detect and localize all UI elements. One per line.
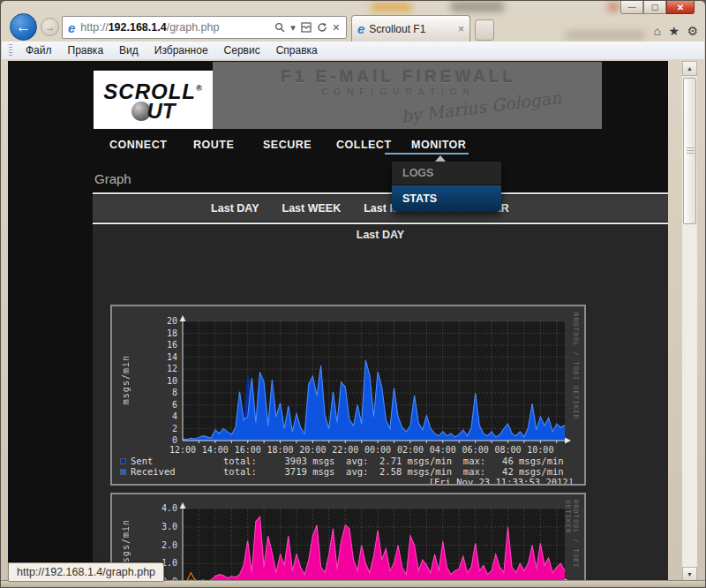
status-url-tooltip: http://192.168.1.4/graph.php	[8, 562, 164, 582]
x-tick-label: 00:00	[362, 445, 394, 455]
y-axis-arrow	[180, 502, 186, 509]
logo-text-bottom: UT	[147, 102, 176, 121]
settings-gear-icon[interactable]: ⚙	[687, 24, 698, 38]
x-tick-label: 18:00	[265, 445, 297, 455]
address-bar[interactable]: e http://192.168.1.4/graph.php ▾ ×	[62, 16, 347, 39]
nav-route[interactable]: ROUTE	[193, 139, 234, 151]
scrollbar-grip	[687, 147, 695, 154]
forward-button[interactable]: →	[41, 18, 59, 36]
minimize-button[interactable]: —	[620, 1, 643, 14]
plot-area	[183, 509, 565, 582]
monitor-dropdown: LOGS STATS	[392, 162, 501, 212]
y-tick-label: 16	[147, 340, 177, 350]
chart-svg	[183, 321, 565, 441]
y-tick-label: 4.0	[147, 503, 177, 513]
header-banner: F1 E-MAIL FIREWALL CONFIGURATION by Mari…	[213, 62, 602, 129]
logo-registered-mark: ®	[196, 84, 203, 93]
y-tick-label: 6	[147, 400, 177, 410]
y-tick-label: 0	[147, 435, 177, 445]
page-viewport: SCROLL® UT F1 E-MAIL FIREWALL CONFIGURAT…	[8, 61, 668, 582]
range-tab-bar: Last DAY Last WEEK Last MONTH Last YEAR	[93, 195, 668, 222]
tab-last-day[interactable]: Last DAY	[211, 202, 259, 215]
back-button[interactable]: ←	[10, 13, 37, 41]
menu-bar: Файл Правка Вид Избранное Сервис Справка	[2, 41, 704, 60]
graph-panel-spam: 0.01.02.03.04.012:0014:0016:0018:0020:00…	[110, 493, 586, 582]
graph-section: Last DAY 0246810121416182012:0014:0016:0…	[93, 224, 668, 582]
menu-help[interactable]: Справка	[268, 42, 326, 58]
tab-close-icon[interactable]: ×	[458, 23, 464, 35]
active-nav-underline	[385, 153, 469, 155]
y-tick-label: 12	[147, 364, 177, 373]
y-tick-label: 4	[147, 411, 177, 421]
desktop-blur-blob	[372, 3, 411, 11]
page-title: Graph	[94, 171, 131, 186]
series-area-received	[183, 360, 565, 441]
url-text[interactable]: http://192.168.1.4/graph.php	[80, 21, 272, 34]
tab-favicon-icon: e	[357, 21, 364, 36]
y-tick-label: 8	[147, 388, 177, 397]
menu-tools[interactable]: Сервис	[216, 42, 268, 58]
legend-series-name: Received	[131, 466, 223, 477]
desktop-blur-blob	[566, 31, 645, 40]
search-icon[interactable]	[274, 22, 285, 33]
y-tick-label: 10	[147, 376, 177, 386]
chevron-down-icon[interactable]: ▾	[290, 22, 296, 34]
y-tick-label: 2	[147, 424, 177, 433]
x-tick-label: 22:00	[329, 445, 361, 455]
vertical-scrollbar[interactable]: ▲ ▼	[682, 61, 697, 582]
close-button[interactable]: ✕	[666, 1, 695, 14]
plot-area	[183, 321, 565, 441]
tab-last-week[interactable]: Last WEEK	[282, 202, 342, 215]
y-tick-label: 18	[147, 328, 177, 338]
nav-connect[interactable]: CONNECT	[109, 139, 167, 151]
graph-panel-traffic: 0246810121416182012:0014:0016:0018:0020:…	[110, 305, 586, 486]
x-tick-label: 04:00	[427, 445, 459, 455]
dropdown-item-logs[interactable]: LOGS	[392, 162, 501, 185]
scrollbar-up-arrow[interactable]: ▲	[682, 61, 697, 76]
stop-icon[interactable]: ×	[333, 20, 340, 34]
x-tick-label: 02:00	[394, 445, 426, 455]
menu-grip	[9, 44, 12, 57]
menu-file[interactable]: Файл	[18, 42, 60, 58]
refresh-icon[interactable]	[317, 22, 327, 33]
rrdtool-watermark: RRDTOOL / TOBI OETIKER	[564, 500, 580, 582]
legend-stats-text: total: 3903 msgs avg: 2.71 msgs/min max:…	[223, 456, 564, 466]
compatibility-view-icon[interactable]	[301, 22, 312, 33]
menu-view[interactable]: Вид	[111, 42, 146, 58]
legend-row: Senttotal: 3903 msgs avg: 2.71 msgs/min …	[120, 456, 564, 466]
x-tick-label: 06:00	[460, 445, 492, 455]
y-axis-title: msgs/min	[121, 519, 131, 569]
nav-monitor[interactable]: MONITOR	[411, 139, 466, 151]
x-tick-label: 16:00	[232, 445, 264, 455]
x-tick-label: 08:00	[492, 445, 524, 455]
x-axis-arrow	[565, 438, 571, 444]
dropdown-item-stats[interactable]: STATS	[392, 185, 501, 212]
x-tick-label: 14:00	[199, 445, 231, 455]
ie-icon: e	[68, 20, 75, 35]
x-tick-label: 12:00	[167, 445, 199, 455]
menu-favorites[interactable]: Избранное	[146, 42, 216, 58]
y-axis-title: msgs/min	[121, 355, 131, 404]
scrollout-logo: SCROLL® UT	[94, 71, 213, 129]
nav-secure[interactable]: SECURE	[263, 139, 312, 151]
desktop-blur-blob	[451, 2, 504, 11]
tab-title: Scrollout F1	[369, 23, 458, 35]
rrdtool-watermark: RRDTOOL / TOBI OETIKER	[572, 313, 580, 419]
scrollbar-thumb[interactable]	[683, 78, 696, 224]
browser-window: — ▢ ✕ ← → e http://192.168.1.4/graph.php…	[0, 0, 706, 588]
series-area-spam	[183, 516, 565, 582]
window-controls: — ▢ ✕	[620, 1, 695, 14]
home-icon[interactable]: ⌂	[654, 24, 661, 38]
x-tick-label: 20:00	[297, 445, 328, 455]
favorites-star-icon[interactable]: ★	[668, 24, 680, 38]
y-tick-label: 2.0	[147, 540, 177, 550]
section-title: Last DAY	[93, 229, 668, 241]
new-tab-button[interactable]	[475, 19, 494, 41]
browser-tab[interactable]: e Scrollout F1 ×	[351, 15, 470, 41]
legend-swatch	[120, 469, 126, 475]
banner-title: F1 E-MAIL FIREWALL	[213, 67, 584, 87]
maximize-button[interactable]: ▢	[643, 1, 666, 14]
nav-collect[interactable]: COLLECT	[336, 139, 392, 151]
menu-edit[interactable]: Правка	[60, 42, 112, 58]
legend-series-name: Sent	[131, 456, 223, 466]
